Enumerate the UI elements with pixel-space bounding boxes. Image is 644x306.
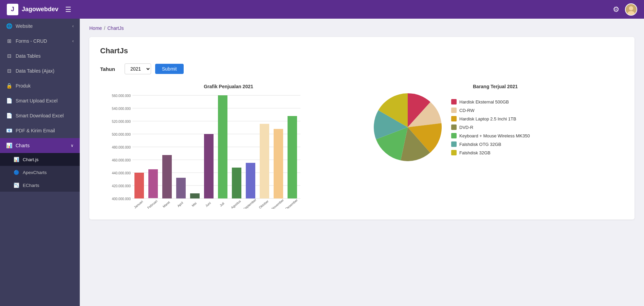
legend-item-hardisk-eksternal: Hardisk Eksternal 500GB: [451, 99, 530, 104]
svg-text:520.000.000: 520.000.000: [112, 120, 131, 123]
logo-icon: J: [7, 4, 18, 15]
svg-text:Oktober: Oktober: [258, 199, 269, 209]
bar-juli: [218, 95, 227, 198]
echarts-sub-icon: 📉: [14, 183, 19, 188]
data-tables-ajax-icon: ⊟: [6, 68, 12, 74]
svg-text:Agustus: Agustus: [230, 199, 242, 209]
svg-text:540.000.000: 540.000.000: [112, 107, 131, 111]
bar-februari: [148, 169, 158, 198]
legend-label: Falshdisk OTG 32GB: [459, 142, 501, 147]
legend-label: CD-RW: [459, 108, 475, 113]
logo-text: Jagowebdev: [22, 6, 58, 13]
sidebar-item-pdf[interactable]: 📧 PDF & Kirim Email: [0, 123, 80, 138]
sidebar-submenu-charts: 📊 Chart.js 🔵 ApexCharts 📉 ECharts: [0, 153, 80, 192]
bar-september: [246, 163, 255, 198]
svg-text:500.000.000: 500.000.000: [112, 133, 131, 136]
legend-label: Hardisk Laptop 2.5 Inchi 1TB: [459, 116, 516, 121]
bar-chart: 400.000.000 420.000.000 440.000.000 460.…: [100, 93, 304, 209]
sidebar-item-website[interactable]: 🌐 Website ‹: [0, 19, 80, 34]
chevron-icon: ‹: [72, 24, 74, 28]
svg-point-1: [629, 6, 633, 10]
sidebar-item-charts[interactable]: 📊 Charts ∨: [0, 138, 80, 153]
breadcrumb: Home / ChartJs: [89, 25, 634, 31]
svg-text:November: November: [271, 198, 284, 209]
pie-section: Hardisk Eksternal 500GB CD-RW Hardisk La…: [367, 93, 624, 161]
charts-row: Grafik Penjualan 2021 400.000.000 420.00…: [100, 84, 624, 210]
sidebar-item-label: Produk: [16, 83, 31, 89]
header-left: J Jagowebdev ☰: [7, 4, 71, 15]
pie-chart-svg: [374, 93, 442, 161]
svg-text:Februari: Februari: [147, 199, 158, 209]
legend-label: Hardisk Eksternal 500GB: [459, 99, 509, 104]
pie-chart-title: Barang Terjual 2021: [367, 84, 624, 89]
layout: 🌐 Website ‹ ⊞ Forms - CRUD ‹ ⊟ Data Tabl…: [0, 19, 644, 306]
sidebar-item-forms-crud[interactable]: ⊞ Forms - CRUD ‹: [0, 34, 80, 49]
breadcrumb-current[interactable]: ChartJs: [107, 25, 124, 31]
svg-text:Januari: Januari: [133, 199, 144, 209]
sidebar-item-label: Data Tables: [16, 53, 41, 59]
hamburger-icon[interactable]: ☰: [65, 5, 71, 14]
legend-item-dvd-r: DVD-R: [451, 125, 530, 130]
legend-color: [451, 108, 457, 113]
legend-label: Keyboard + Mouse Wireless MK350: [459, 133, 530, 138]
sidebar-item-smart-upload[interactable]: 📄 Smart Upload Excel: [0, 93, 80, 108]
sidebar-sub-item-chartjs[interactable]: 📊 Chart.js: [0, 153, 80, 166]
svg-text:420.000.000: 420.000.000: [112, 184, 131, 188]
sidebar-item-smart-download[interactable]: 📄 Smart Download Excel: [0, 108, 80, 123]
svg-text:440.000.000: 440.000.000: [112, 171, 131, 175]
bar-januari: [134, 173, 144, 198]
legend-label: Falshdisk 32GB: [459, 150, 491, 155]
bar-november: [274, 129, 283, 198]
sidebar-item-label: Charts: [16, 143, 30, 148]
svg-text:April: April: [177, 201, 184, 208]
sidebar-item-label: Data Tables (Ajax): [16, 68, 54, 74]
bar-maret: [162, 155, 172, 198]
bar-chart-section: Grafik Penjualan 2021 400.000.000 420.00…: [100, 84, 357, 210]
sidebar-item-label: Smart Upload Excel: [16, 98, 58, 103]
svg-text:480.000.000: 480.000.000: [112, 146, 131, 149]
bar-oktober: [260, 124, 269, 198]
svg-text:Desember: Desember: [284, 198, 298, 209]
legend-item-falshdisk-otg: Falshdisk OTG 32GB: [451, 141, 530, 147]
submit-button[interactable]: Submit: [155, 64, 184, 74]
smart-upload-icon: 📄: [6, 98, 12, 104]
legend-item-cd-rw: CD-RW: [451, 108, 530, 113]
avatar[interactable]: [625, 3, 637, 16]
sidebar-sub-label: ECharts: [23, 183, 39, 188]
svg-text:Juli: Juli: [219, 202, 225, 208]
sidebar-sub-item-apexcharts[interactable]: 🔵 ApexCharts: [0, 166, 80, 179]
produk-icon: 🔒: [6, 83, 12, 89]
legend-item-keyboard-mouse: Keyboard + Mouse Wireless MK350: [451, 133, 530, 138]
svg-text:September: September: [242, 198, 257, 209]
sidebar-item-label: Website: [16, 23, 33, 29]
main-card: ChartJs Tahun 2019 2020 2021 2022 Submit…: [89, 37, 634, 219]
breadcrumb-home[interactable]: Home: [89, 25, 102, 31]
svg-text:Juni: Juni: [205, 201, 211, 208]
header-right: ⚙: [613, 3, 637, 16]
pie-chart-section: Barang Terjual 2021: [367, 84, 624, 161]
chevron-down-icon: ∨: [71, 143, 74, 148]
legend-item-falshdisk-32: Falshdisk 32GB: [451, 150, 530, 155]
svg-text:460.000.000: 460.000.000: [112, 158, 131, 162]
bar-april: [176, 178, 186, 198]
year-select[interactable]: 2019 2020 2021 2022: [125, 63, 151, 74]
charts-icon: 📊: [6, 142, 12, 149]
sidebar-item-label: Forms - CRUD: [16, 38, 47, 44]
breadcrumb-separator: /: [104, 25, 105, 31]
bar-desember: [288, 116, 297, 198]
chevron-icon: ‹: [72, 39, 74, 43]
legend-item-hardisk-laptop: Hardisk Laptop 2.5 Inchi 1TB: [451, 116, 530, 121]
legend-color: [451, 116, 457, 121]
chartjs-sub-icon: 📊: [14, 157, 19, 162]
bar-mei: [190, 193, 200, 198]
sidebar-item-data-tables[interactable]: ⊟ Data Tables: [0, 49, 80, 63]
sidebar-item-data-tables-ajax[interactable]: ⊟ Data Tables (Ajax): [0, 63, 80, 78]
gear-icon[interactable]: ⚙: [613, 5, 620, 14]
sidebar-item-label: PDF & Kirim Email: [16, 128, 55, 133]
page-title: ChartJs: [100, 46, 624, 55]
sidebar-item-produk[interactable]: 🔒 Produk: [0, 78, 80, 93]
data-tables-icon: ⊟: [6, 53, 12, 59]
legend-color: [451, 133, 457, 138]
svg-text:400.000.000: 400.000.000: [112, 197, 131, 201]
sidebar-sub-item-echarts[interactable]: 📉 ECharts: [0, 179, 80, 192]
